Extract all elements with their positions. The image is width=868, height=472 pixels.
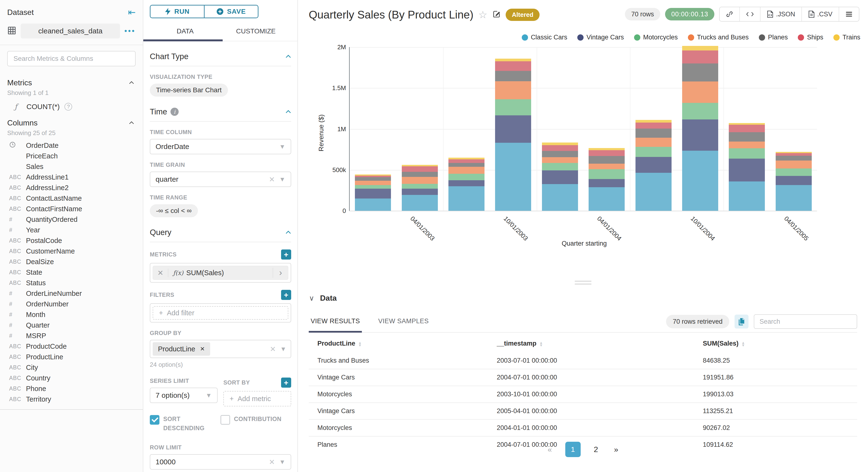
table-row[interactable]: Vintage Cars2005-04-01 00:00:00113255.21 xyxy=(309,403,857,419)
column-item[interactable]: ABCPhone xyxy=(0,383,143,394)
dataset-options-icon[interactable]: ••• xyxy=(124,27,135,35)
bar-segment[interactable] xyxy=(542,151,578,157)
panel-resize-handle[interactable] xyxy=(575,281,591,286)
column-item[interactable]: ABCContactFirstName xyxy=(0,203,143,214)
bar-segment[interactable] xyxy=(495,71,531,81)
metric-token[interactable]: ✕ ƒ(x) SUM(Sales) › xyxy=(153,266,288,280)
time-column-select[interactable]: OrderDate ▼ xyxy=(150,139,291,154)
series-limit-select[interactable]: 7 option(s) ▼ xyxy=(150,388,218,403)
bar-segment[interactable] xyxy=(402,189,438,195)
bar-segment[interactable] xyxy=(542,163,578,170)
run-button[interactable]: RUN xyxy=(151,5,204,18)
bar-segment[interactable] xyxy=(729,132,765,141)
column-item[interactable]: Sales xyxy=(0,161,143,172)
column-item[interactable]: #Year xyxy=(0,225,143,235)
bar-segment[interactable] xyxy=(776,168,812,176)
bar-segment[interactable] xyxy=(776,185,812,211)
column-item[interactable]: #Month xyxy=(0,309,143,320)
group-by-select[interactable]: ProductLine ✕ ✕ ▼ xyxy=(150,340,291,358)
column-item[interactable]: #QuantityOrdered xyxy=(0,214,143,225)
bar-segment[interactable] xyxy=(729,141,765,148)
column-item[interactable]: ABCCountry xyxy=(0,373,143,383)
bar-segment[interactable] xyxy=(402,177,438,184)
bar-segment[interactable] xyxy=(729,182,765,211)
tab-view-results[interactable]: VIEW RESULTS xyxy=(309,317,362,332)
column-item[interactable]: ABCState xyxy=(0,267,143,278)
bar-segment[interactable] xyxy=(636,147,672,157)
bar-segment[interactable] xyxy=(682,63,718,82)
bar-segment[interactable] xyxy=(776,152,812,153)
bar-segment[interactable] xyxy=(589,148,625,150)
column-header--timestamp[interactable]: __timestamp▲▼ xyxy=(488,334,694,352)
bar-segment[interactable] xyxy=(729,123,765,125)
bar-segment[interactable] xyxy=(542,170,578,184)
bar-segment[interactable] xyxy=(589,187,625,211)
bar-segment[interactable] xyxy=(402,172,438,177)
clear-icon[interactable]: ✕ xyxy=(269,458,275,466)
pagination-prev[interactable]: « xyxy=(545,445,555,454)
bar-segment[interactable] xyxy=(402,195,438,211)
contribution-checkbox[interactable]: CONTRIBUTION xyxy=(220,415,291,433)
column-item[interactable]: ABCTerritory xyxy=(0,394,143,405)
pagination-page-1[interactable]: 1 xyxy=(565,442,581,457)
bar-segment[interactable] xyxy=(495,99,531,116)
dataset-name[interactable]: cleaned_sales_data xyxy=(21,24,120,38)
bar-segment[interactable] xyxy=(448,186,485,211)
metrics-collapse-icon[interactable] xyxy=(128,80,135,86)
bar-segment[interactable] xyxy=(448,159,485,163)
column-item[interactable]: #Quarter xyxy=(0,320,143,331)
remove-metric-icon[interactable]: ✕ xyxy=(153,269,168,277)
columns-collapse-icon[interactable] xyxy=(128,120,135,126)
bar-segment[interactable] xyxy=(542,143,578,145)
bar-segment[interactable] xyxy=(355,185,391,189)
table-row[interactable]: Motorcycles2003-10-01 00:00:00199013.03 xyxy=(309,386,857,403)
checkbox-empty-icon[interactable] xyxy=(220,415,230,424)
time-collapse-icon[interactable] xyxy=(285,108,291,115)
bar-segment[interactable] xyxy=(776,161,812,168)
bar-segment[interactable] xyxy=(355,198,391,211)
column-item[interactable]: ABCContactLastName xyxy=(0,193,143,203)
column-item[interactable]: PriceEach xyxy=(0,151,143,161)
bar-segment[interactable] xyxy=(448,167,485,174)
bar-stack[interactable] xyxy=(495,0,531,211)
chart-type-collapse-icon[interactable] xyxy=(285,53,291,60)
bar-segment[interactable] xyxy=(402,166,438,172)
bar-segment[interactable] xyxy=(402,184,438,189)
copy-data-button[interactable] xyxy=(735,315,748,328)
collapse-sidebar-icon[interactable]: ⇤ xyxy=(128,8,135,17)
bar-segment[interactable] xyxy=(589,164,625,169)
table-row[interactable]: Motorcycles2004-01-01 00:00:0090267.02 xyxy=(309,419,857,436)
group-by-chip[interactable]: ProductLine ✕ xyxy=(153,342,210,356)
save-button[interactable]: SAVE xyxy=(204,5,258,18)
bar-stack[interactable] xyxy=(636,0,672,211)
bar-segment[interactable] xyxy=(542,184,578,211)
bar-segment[interactable] xyxy=(636,138,672,147)
time-range-value[interactable]: -∞ ≤ col < ∞ xyxy=(150,204,198,217)
bar-segment[interactable] xyxy=(636,123,672,129)
column-header-productline[interactable]: ProductLine▲▼ xyxy=(309,334,488,352)
add-sort-metric-button[interactable]: + xyxy=(281,378,291,388)
bar-segment[interactable] xyxy=(636,129,672,137)
checkbox-checked-icon[interactable] xyxy=(150,415,159,424)
metric-item[interactable]: ƒ COUNT(*) ? xyxy=(0,98,143,112)
clear-icon[interactable]: ✕ xyxy=(270,345,276,353)
bar-segment[interactable] xyxy=(729,148,765,159)
tab-customize[interactable]: CUSTOMIZE xyxy=(220,27,291,41)
bar-segment[interactable] xyxy=(355,177,391,181)
bar-segment[interactable] xyxy=(729,125,765,132)
column-item[interactable]: OrderDate xyxy=(0,140,143,151)
viz-type-value[interactable]: Time-series Bar Chart xyxy=(150,84,228,97)
bar-segment[interactable] xyxy=(682,46,718,51)
bar-segment[interactable] xyxy=(636,173,672,211)
column-item[interactable]: ABCPostalCode xyxy=(0,235,143,246)
bar-stack[interactable] xyxy=(682,0,718,211)
expand-metric-icon[interactable]: › xyxy=(273,268,288,278)
bar-segment[interactable] xyxy=(589,169,625,179)
query-collapse-icon[interactable] xyxy=(285,229,291,235)
bar-segment[interactable] xyxy=(495,81,531,99)
bar-segment[interactable] xyxy=(448,180,485,186)
bar-segment[interactable] xyxy=(636,120,672,123)
column-item[interactable]: ABCCity xyxy=(0,362,143,373)
column-item[interactable]: #MSRP xyxy=(0,331,143,341)
bar-segment[interactable] xyxy=(682,151,718,211)
